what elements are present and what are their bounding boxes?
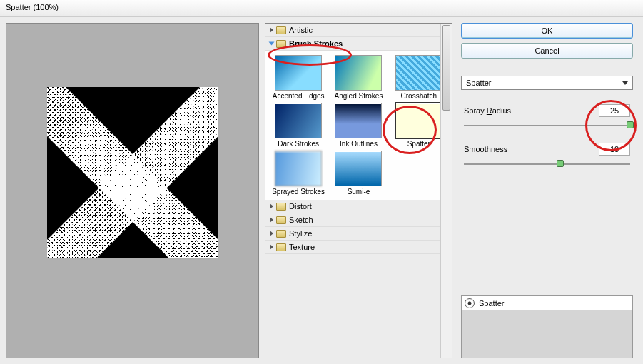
disclosure-triangle-icon xyxy=(270,217,273,223)
category-distort[interactable]: Distort xyxy=(265,200,452,213)
cancel-button[interactable]: Cancel xyxy=(461,43,633,59)
brush-strokes-thumbs: Accented Edges Angled Strokes Crosshatch… xyxy=(265,51,452,200)
filter-list-panel: Artistic Brush Strokes Accented Edges An… xyxy=(265,23,452,358)
slider-thumb-icon[interactable] xyxy=(557,160,564,167)
folder-icon xyxy=(276,40,286,48)
smoothness-label: Smoothness xyxy=(464,145,507,153)
chevron-down-icon xyxy=(622,81,628,85)
dialog-body: Artistic Brush Strokes Accented Edges An… xyxy=(0,17,643,364)
thumb-angled-strokes[interactable]: Angled Strokes xyxy=(330,55,387,100)
param-smoothness: Smoothness 10 xyxy=(461,143,633,156)
effect-layers-panel: Spatter xyxy=(461,295,633,358)
thumb-spatter[interactable]: Spatter xyxy=(390,103,447,148)
scrollbar-thumb[interactable] xyxy=(442,25,450,111)
visibility-eye-icon[interactable] xyxy=(465,298,475,308)
spray-radius-input[interactable]: 25 xyxy=(599,104,630,117)
category-label: Artistic xyxy=(289,26,313,34)
disclosure-triangle-icon xyxy=(270,27,273,33)
category-label: Texture xyxy=(289,243,315,251)
filter-dropdown[interactable]: Spatter xyxy=(461,76,633,90)
category-brush-strokes[interactable]: Brush Strokes xyxy=(265,37,452,51)
thumb-sprayed-strokes[interactable]: Sprayed Strokes xyxy=(270,151,327,196)
thumb-accented-edges[interactable]: Accented Edges xyxy=(270,55,327,100)
disclosure-triangle-icon xyxy=(270,244,273,250)
category-texture[interactable]: Texture xyxy=(265,241,452,254)
title-text: Spatter (100%) xyxy=(6,3,59,11)
category-stylize[interactable]: Stylize xyxy=(265,227,452,241)
effect-layer-row[interactable]: Spatter xyxy=(462,296,632,310)
param-spray-radius: Spray Radius 25 xyxy=(461,104,633,117)
category-label: Sketch xyxy=(289,216,313,224)
category-label: Stylize xyxy=(289,229,312,238)
folder-icon xyxy=(276,216,286,224)
effect-layer-label: Spatter xyxy=(479,299,504,308)
scrollbar[interactable] xyxy=(440,24,452,358)
category-artistic[interactable]: Artistic xyxy=(265,24,452,37)
folder-icon xyxy=(276,26,286,34)
category-label: Brush Strokes xyxy=(289,39,343,48)
preview-panel xyxy=(6,23,259,358)
spray-radius-slider[interactable] xyxy=(464,123,630,128)
settings-panel: OK Cancel Spatter Spray Radius 25 Smooth… xyxy=(455,17,643,364)
spray-radius-label: Spray Radius xyxy=(464,106,511,115)
slider-thumb-icon[interactable] xyxy=(627,121,634,128)
thumb-ink-outlines[interactable]: Ink Outlines xyxy=(330,103,387,148)
folder-icon xyxy=(276,203,286,211)
category-sketch[interactable]: Sketch xyxy=(265,213,452,227)
folder-icon xyxy=(276,243,286,251)
dropdown-value: Spatter xyxy=(466,79,491,87)
preview-image xyxy=(47,87,218,258)
smoothness-input[interactable]: 10 xyxy=(599,143,630,156)
thumb-crosshatch[interactable]: Crosshatch xyxy=(390,55,447,100)
folder-icon xyxy=(276,230,286,238)
smoothness-slider[interactable] xyxy=(464,161,630,167)
ok-button[interactable]: OK xyxy=(461,23,633,39)
disclosure-triangle-icon xyxy=(270,231,273,236)
disclosure-triangle-icon xyxy=(269,42,275,46)
window-title: Spatter (100%) xyxy=(0,0,643,17)
disclosure-triangle-icon xyxy=(270,203,273,209)
thumb-dark-strokes[interactable]: Dark Strokes xyxy=(270,103,327,148)
thumb-sumi-e[interactable]: Sumi-e xyxy=(330,151,387,196)
category-label: Distort xyxy=(289,202,312,211)
